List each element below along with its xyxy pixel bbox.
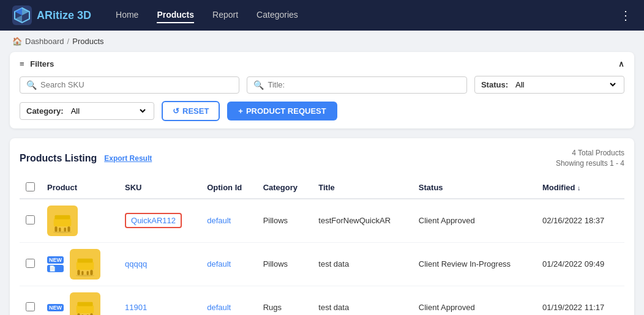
showing-results-text: Showing results 1 - 4 [556,158,624,169]
reset-icon: ↺ [173,106,179,116]
filter-header: ≡ Filters ∧ [20,59,624,69]
filter-row-1: 🔍 🔍 Status: All Client Approved Client R… [20,76,624,94]
category-cell: Rugs [257,286,313,315]
logo: ARitize 3D [12,6,91,25]
col-sku: SKU [119,177,201,199]
table-title-section: Products Listing Export Result [20,153,152,164]
filter-collapse-icon[interactable]: ∧ [618,59,624,69]
category-cell: Pillows [257,242,313,286]
nav-home[interactable]: Home [116,7,138,23]
option-id-link[interactable]: default [207,303,231,312]
modified-cell: 02/16/2022 18:37 [536,199,624,243]
select-all-checkbox[interactable] [26,182,35,191]
sku-link[interactable]: QuickAR112 [125,213,182,228]
product-image [47,206,78,236]
status-filter-box: Status: All Client Approved Client Revie… [474,76,624,94]
svg-point-11 [53,231,72,232]
svg-rect-17 [87,271,89,275]
svg-rect-6 [54,215,70,219]
nav-report[interactable]: Report [212,7,238,23]
more-menu-icon[interactable]: ⋮ [620,8,632,23]
export-result-link[interactable]: Export Result [104,154,152,163]
reset-button[interactable]: ↺ RESET [162,101,220,121]
product-cell: NEW📄 [47,249,113,280]
logo-icon [12,6,32,25]
svg-rect-20 [77,302,92,306]
breadcrumb-home[interactable]: Dashboard [25,37,64,46]
category-label: Category: [26,106,64,116]
sku-search-icon: 🔍 [26,80,37,90]
svg-point-18 [76,274,94,276]
doc-badge: 📄 [47,265,64,272]
option-id-link[interactable]: default [207,216,231,225]
product-request-button[interactable]: + PRODUCT REQUEST [227,102,337,120]
table-header: Products Listing Export Result 4 Total P… [20,148,624,169]
breadcrumb: 🏠 Dashboard / Products [0,31,644,52]
product-cell [47,206,113,236]
svg-rect-12 [77,261,94,269]
category-select[interactable]: All Pillows Rugs [69,106,148,116]
col-category: Category [257,177,313,199]
modified-cell: 01/24/2022 09:49 [536,242,624,286]
sku-link[interactable]: qqqqq [125,259,147,269]
product-cell: NEW [47,292,113,315]
svg-rect-16 [81,271,83,275]
status-cell: Client Approved [413,286,536,315]
title-search-icon: 🔍 [253,80,264,90]
table-card: Products Listing Export Result 4 Total P… [10,138,634,315]
title-cell: test data [312,242,413,286]
sku-search-input[interactable] [40,80,233,89]
svg-rect-5 [54,218,72,226]
nav-links: Home Products Report Categories [116,7,620,23]
nav-categories[interactable]: Categories [256,7,298,23]
navbar: ARitize 3D Home Products Report Categori… [0,0,644,31]
col-modified: Modified ↓ [536,177,624,199]
col-status: Status [413,177,536,199]
products-table: Product SKU Option Id Category Title Sta… [20,177,624,315]
table-meta: 4 Total Products Showing results 1 - 4 [556,148,624,169]
svg-rect-8 [67,226,70,231]
new-badge: NEW [47,304,64,311]
table-row: NEW📄 qqqqqdefaultPillowstest dataClient … [20,242,624,286]
home-icon: 🏠 [12,37,22,46]
svg-rect-15 [90,270,92,275]
table-row: NEW 11901defaultRugstest dataClient Appr… [20,286,624,315]
svg-rect-13 [77,258,92,262]
new-badge: NEW [47,256,64,264]
filter-card: ≡ Filters ∧ 🔍 🔍 Status: All Client Appro… [10,52,634,128]
breadcrumb-current: Products [72,37,103,46]
products-listing-title: Products Listing [20,153,97,164]
svg-rect-10 [64,228,66,232]
status-cell: Client Approved [413,199,536,243]
svg-rect-19 [77,305,94,313]
nav-products[interactable]: Products [157,7,194,23]
col-product: Product [41,177,119,199]
sku-search-box: 🔍 [20,76,239,94]
product-image [70,292,100,315]
title-search-input[interactable] [268,80,460,89]
status-select[interactable]: All Client Approved Client Review In-Pro… [513,80,618,90]
title-cell: testForNewQuickAR [312,199,413,243]
category-filter-box: Category: All Pillows Rugs [20,102,154,120]
filter-title: ≡ Filters [20,59,54,69]
filter-row-2: Category: All Pillows Rugs ↺ RESET + PRO… [20,101,624,121]
table-row: QuickAR112defaultPillowstestForNewQuickA… [20,199,624,243]
col-option-id: Option Id [201,177,256,199]
title-cell: test data [312,286,413,315]
option-id-link[interactable]: default [207,259,231,269]
col-title: Title [312,177,413,199]
row-checkbox-1[interactable] [26,259,35,268]
product-request-label: PRODUCT REQUEST [246,106,326,116]
row-checkbox-0[interactable] [26,215,35,224]
row-checkbox-2[interactable] [26,302,35,311]
product-image [70,249,100,280]
sku-link[interactable]: 11901 [125,303,147,312]
table-header-row: Product SKU Option Id Category Title Sta… [20,177,624,199]
svg-rect-7 [54,226,57,231]
modified-cell: 01/19/2022 11:17 [536,286,624,315]
reset-label: RESET [182,106,209,116]
plus-icon: + [238,106,243,116]
svg-rect-9 [59,228,61,232]
status-label: Status: [481,80,508,89]
category-cell: Pillows [257,199,313,243]
